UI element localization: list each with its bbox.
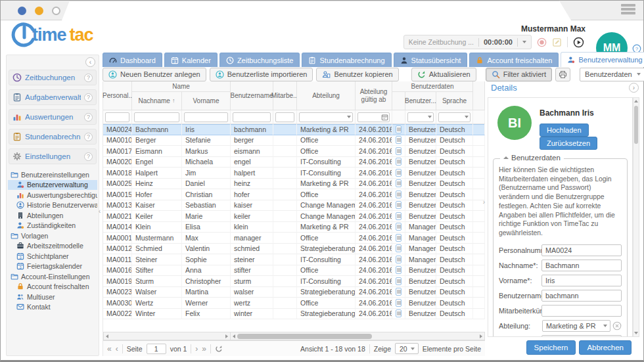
- sidebar-item-multiuser[interactable]: Multiuser: [8, 292, 97, 302]
- details-scrollbar[interactable]: [633, 97, 639, 337]
- abteilungsverlauf-icon[interactable]: [396, 169, 402, 177]
- sidebar-item-benutzerverwaltung[interactable]: Benutzerverwaltung: [8, 180, 97, 191]
- abteilungsverlauf-icon[interactable]: [396, 223, 402, 231]
- table-row[interactable]: MA0011SteinerSophiesteinerIT-Consulting2…: [103, 254, 485, 265]
- column-header-vorname[interactable]: Vorname: [182, 92, 231, 110]
- vorname-field[interactable]: Iris: [541, 275, 622, 286]
- print-button[interactable]: [555, 68, 570, 81]
- refresh-button[interactable]: Aktualisieren: [411, 68, 476, 81]
- group-header-benutzerdaten[interactable]: Benutzerdaten: [392, 81, 473, 92]
- column-header-filler[interactable]: [473, 81, 485, 110]
- scroll-left-icon[interactable]: [233, 334, 235, 338]
- tab-zeitbuchungsliste[interactable]: Zeitbuchungsliste: [219, 53, 300, 67]
- sidebar-item-zuständigkeiten[interactable]: Zuständigkeiten: [8, 221, 97, 231]
- previous-page-button[interactable]: ‹: [116, 345, 118, 353]
- abteilungsverlauf-icon[interactable]: [396, 147, 402, 155]
- abteilungsverlauf-icon[interactable]: [396, 277, 402, 285]
- sidebar-item-feiertagskalender[interactable]: 3Feiertagskalender: [8, 261, 97, 272]
- sidebar-module-stundenabrechnung[interactable]: Stundenabrechnung?: [9, 129, 97, 145]
- table-row[interactable]: MA0023WalserMartinawalserStrategieberatu…: [103, 287, 485, 298]
- sidebar-module-einstellungen[interactable]: Einstellungen?: [9, 148, 97, 164]
- abteilungsverlauf-icon[interactable]: [396, 299, 402, 307]
- column-header-mitarbeiterkuerzel[interactable]: Mitarbe...: [273, 81, 297, 110]
- table-row[interactable]: MA0020EngelMichaelaengelIT-Consulting24.…: [103, 157, 485, 168]
- scroll-right-icon[interactable]: [480, 334, 482, 338]
- edit-booking-icon[interactable]: [552, 37, 562, 47]
- nachname-field[interactable]: Bachmann: [541, 260, 622, 271]
- sidebar-splitter-icon[interactable]: ‹: [99, 208, 101, 215]
- abteilungsverlauf-icon[interactable]: [396, 179, 402, 187]
- table-row[interactable]: MA0015HoferChristianhoferOffice24.06.201…: [103, 189, 485, 200]
- column-header-benutzergruppe[interactable]: Benutzer...: [405, 92, 436, 110]
- sidebar-module-auswertungen[interactable]: Auswertungen?: [9, 109, 97, 125]
- abteilungsverlauf-icon[interactable]: [396, 288, 402, 296]
- filter-toggle-button[interactable]: Filter aktiviert: [486, 68, 552, 81]
- column-header-abteilung[interactable]: Abteilung: [297, 81, 356, 110]
- sidebar-item-arbeitszeitmodelle[interactable]: Arbeitszeitmodelle: [8, 241, 97, 252]
- column-header-nachname[interactable]: Nachname↑: [132, 92, 182, 110]
- filter-input-mitarbeiterkuerzel[interactable]: [275, 112, 294, 122]
- scroll-right-icon[interactable]: [225, 334, 228, 338]
- sidebar-item-auswertungsberechtigungen[interactable]: Auswertungsberechtigungen: [8, 190, 97, 200]
- table-row[interactable]: MA0017EismannMarkuseismannOffice24.06.20…: [103, 146, 485, 157]
- scrollbar-thumb[interactable]: [237, 334, 372, 339]
- table-row[interactable]: MA0022WinterFelixwinterStrategieberatung…: [103, 309, 485, 320]
- time-tracking-widget[interactable]: Keine Zeitbuchung ... 00:00:00: [403, 35, 532, 49]
- sidebar-module-zeitbuchungen[interactable]: Zeitbuchungen?: [9, 70, 97, 85]
- table-row[interactable]: MA0021KeilerMariekeilerChange Management…: [103, 211, 485, 222]
- help-icon[interactable]: ?: [84, 133, 93, 141]
- table-row[interactable]: MA0030WertzWernerwertzOffice24.06.2016Be…: [103, 298, 485, 309]
- tab-benutzerverwaltung[interactable]: Benutzerverwaltung×: [561, 52, 644, 67]
- first-page-button[interactable]: «: [107, 345, 112, 353]
- table-row[interactable]: MA0001MustermannMaxmanagerOffice24.06.20…: [103, 233, 485, 244]
- table-row[interactable]: MA0019SturmChristophersturmIT-Consulting…: [103, 276, 485, 287]
- page-size-select[interactable]: 20: [395, 343, 419, 354]
- window-button-1[interactable]: [18, 7, 26, 15]
- cancel-button[interactable]: Abbrechen: [579, 340, 632, 355]
- tab-kalender[interactable]: 3Kalender: [164, 53, 218, 67]
- scrollbar-thumb[interactable]: [634, 106, 638, 144]
- abteilungsverlauf-icon[interactable]: [396, 244, 402, 252]
- table-row[interactable]: MA0010BergerStefaniebergerOffice24.06.20…: [103, 135, 485, 147]
- abteilungsverlauf-icon[interactable]: [396, 212, 402, 220]
- abteilungsverlauf-icon[interactable]: [396, 266, 402, 274]
- section-header[interactable]: Benutzerdaten: [500, 154, 564, 162]
- filter-input-nachname[interactable]: [134, 112, 179, 122]
- tab-statusübersicht[interactable]: Statusübersicht: [394, 53, 468, 67]
- column-header-sprache[interactable]: Sprache: [436, 92, 473, 110]
- filter-input-personalnr[interactable]: [105, 112, 129, 122]
- window-button-2[interactable]: [35, 7, 43, 15]
- neuen-benutzer-anlegen-button[interactable]: Neuen Benutzer anlegen: [103, 68, 206, 81]
- help-icon[interactable]: ?: [84, 113, 93, 122]
- tab-stundenabrechnung[interactable]: Stundenabrechnung: [302, 53, 391, 67]
- sidebar-module-aufgabenverwaltung[interactable]: Aufgabenverwaltung?: [9, 89, 97, 105]
- column-header-personalnr[interactable]: Personal..: [103, 81, 132, 110]
- stop-tracking-icon[interactable]: [537, 37, 547, 47]
- column-header-verlauf[interactable]: [392, 92, 405, 110]
- abteilungsverlauf-icon[interactable]: [396, 191, 402, 198]
- chevron-down-icon[interactable]: [522, 41, 526, 43]
- reload-table-icon[interactable]: [215, 345, 223, 353]
- abteilungsverlauf-icon[interactable]: [396, 136, 402, 144]
- upload-photo-button[interactable]: Hochladen: [540, 124, 589, 137]
- help-icon[interactable]: ?: [84, 93, 93, 102]
- abteilung-gueltig-ab-field[interactable]: 24.06.2016: [541, 335, 622, 337]
- details-collapse-button[interactable]: ›: [629, 83, 639, 93]
- abteilungsverlauf-icon[interactable]: [396, 125, 402, 133]
- start-tracking-icon[interactable]: [573, 37, 584, 48]
- sidebar-item-benutzereinstellungen[interactable]: Benutzereinstellungen: [8, 170, 97, 180]
- details-splitter-icon[interactable]: ›: [483, 198, 485, 206]
- column-header-benutzername[interactable]: Benutzername: [231, 81, 273, 110]
- abteilungsverlauf-icon[interactable]: [396, 309, 402, 317]
- page-number-input[interactable]: [147, 344, 166, 354]
- benutzer-kopieren-button[interactable]: Benutzer kopieren: [316, 68, 398, 81]
- tab-dashboard[interactable]: Dashboard: [103, 53, 162, 67]
- reset-photo-button[interactable]: Zurücksetzen: [540, 137, 597, 150]
- sidebar-item-abteilungen[interactable]: Abteilungen: [8, 210, 97, 221]
- window-button-3[interactable]: [52, 7, 60, 15]
- scroll-down-icon[interactable]: [634, 332, 638, 334]
- table-row[interactable]: MA0013KaiserSebastiankaiserChange Manage…: [103, 200, 485, 212]
- sidebar-item-schichtplaner[interactable]: 3Schichtplaner: [8, 251, 97, 261]
- sidebar-item-kontakt[interactable]: Kontakt: [8, 302, 97, 313]
- abteilungsverlauf-icon[interactable]: [396, 256, 402, 263]
